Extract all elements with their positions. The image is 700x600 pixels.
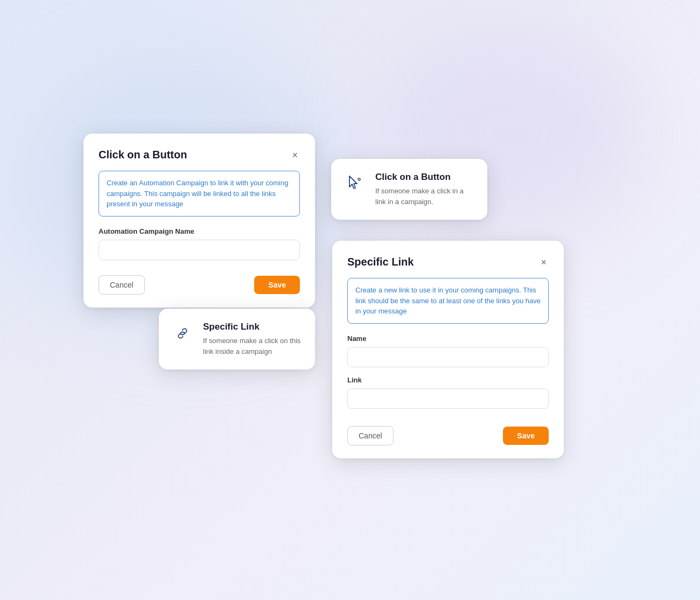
- dialog-specific-link-footer: Cancel Save: [347, 426, 549, 445]
- dialog-specific-link-header: Specific Link ×: [347, 256, 549, 268]
- link-icon: [171, 322, 194, 345]
- dialog-click-button: Click on a Button × Create an Automation…: [83, 134, 315, 308]
- card-specific-link-text: Specific Link If someone make a click on…: [203, 322, 303, 357]
- name-label: Name: [347, 334, 549, 343]
- campaign-name-label: Automation Campaign Name: [99, 227, 300, 235]
- dialog-click-button-info: Create an Automation Campaign to link it…: [99, 171, 300, 217]
- cursor-icon: [343, 172, 367, 196]
- dialog-click-button-cancel[interactable]: Cancel: [99, 275, 145, 295]
- dialog-click-button-close[interactable]: ×: [290, 149, 300, 161]
- card-click-button-text: Click on a Button If someone make a clic…: [375, 172, 475, 207]
- dialog-specific-link-save[interactable]: Save: [503, 427, 549, 445]
- card-click-button-title: Click on a Button: [375, 172, 475, 183]
- dialog-specific-link-cancel[interactable]: Cancel: [347, 426, 394, 445]
- dialog-click-button-title: Click on a Button: [99, 149, 187, 161]
- campaign-name-input[interactable]: [99, 240, 300, 260]
- card-specific-link-desc: If someone make a click on this link ins…: [203, 336, 303, 357]
- dialog-click-button-save[interactable]: Save: [254, 276, 300, 294]
- svg-point-0: [358, 178, 360, 180]
- card-specific-link-select[interactable]: Specific Link If someone make a click on…: [159, 309, 315, 369]
- card-click-button-select[interactable]: Click on a Button If someone make a clic…: [331, 159, 487, 220]
- link-input[interactable]: [347, 388, 549, 409]
- dialog-click-button-header: Click on a Button ×: [99, 149, 300, 161]
- name-input[interactable]: [347, 347, 549, 367]
- dialog-specific-link-info: Create a new link to use it in your comi…: [347, 278, 549, 324]
- dialog-click-button-footer: Cancel Save: [99, 275, 300, 295]
- link-label: Link: [347, 376, 549, 384]
- card-specific-link-title: Specific Link: [203, 322, 303, 332]
- dialog-specific-link-close[interactable]: ×: [538, 256, 549, 268]
- dialog-specific-link-title: Specific Link: [347, 256, 414, 268]
- card-click-button-desc: If someone make a click in a link in a c…: [375, 186, 475, 207]
- dialog-specific-link: Specific Link × Create a new link to use…: [332, 241, 564, 458]
